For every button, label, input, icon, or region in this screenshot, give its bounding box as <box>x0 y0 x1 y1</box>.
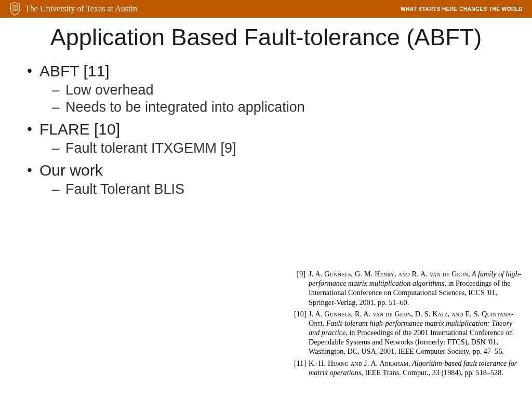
sub-bullet: Low overhead <box>49 82 532 98</box>
bullet-text: Our work <box>39 162 103 179</box>
reference-10: [10] J. A. Gunnels, R. A. van de Geijn, … <box>294 309 523 356</box>
reference-9: [9] J. A. Gunnels, G. M. Henry, and R. A… <box>294 269 523 307</box>
university-seal-icon <box>9 2 21 16</box>
ref-body: K.-H. Huang and J. A. Abraham, Algorithm… <box>309 358 523 377</box>
sub-bullet: Fault tolerant ITXGEMM [9] <box>49 140 532 156</box>
header-tagline: WHAT STARTS HERE CHANGES THE WORLD <box>401 6 523 12</box>
ref-number: [9] <box>294 269 309 307</box>
bullet-abft: ABFT [11] Low overhead Needs to be integ… <box>25 62 532 115</box>
university-name: The University of Texas at Austin <box>25 4 137 14</box>
bullet-flare: FLARE [10] Fault tolerant ITXGEMM [9] <box>25 121 532 156</box>
bullet-text: ABFT [11] <box>39 62 110 79</box>
header-left: The University of Texas at Austin <box>9 2 137 16</box>
bullet-our-work: Our work Fault Tolerant BLIS <box>25 162 532 197</box>
ref-body: J. A. Gunnels, G. M. Henry, and R. A. va… <box>309 269 523 307</box>
slide-title: Application Based Fault-tolerance (ABFT) <box>0 24 532 51</box>
ref-rest: , IEEE Trans. Comput., 33 (1984), pp. 51… <box>361 368 503 377</box>
ref-authors: K.-H. Huang and J. A. Abraham <box>309 359 408 367</box>
sub-bullet: Needs to be integrated into application <box>49 99 532 115</box>
ref-number: [10] <box>294 309 309 356</box>
header-bar: The University of Texas at Austin WHAT S… <box>0 0 532 18</box>
references-block: [9] J. A. Gunnels, G. M. Henry, and R. A… <box>294 269 523 379</box>
ref-number: [11] <box>294 358 309 377</box>
sub-bullet: Fault Tolerant BLIS <box>49 181 532 197</box>
bullet-text: FLARE [10] <box>39 121 120 138</box>
ref-body: J. A. Gunnels, R. A. van de Geijn, D. S.… <box>309 309 523 356</box>
slide-content: ABFT [11] Low overhead Needs to be integ… <box>0 62 532 197</box>
ref-authors: J. A. Gunnels, G. M. Henry, and R. A. va… <box>309 270 468 278</box>
reference-11: [11] K.-H. Huang and J. A. Abraham, Algo… <box>294 358 523 377</box>
